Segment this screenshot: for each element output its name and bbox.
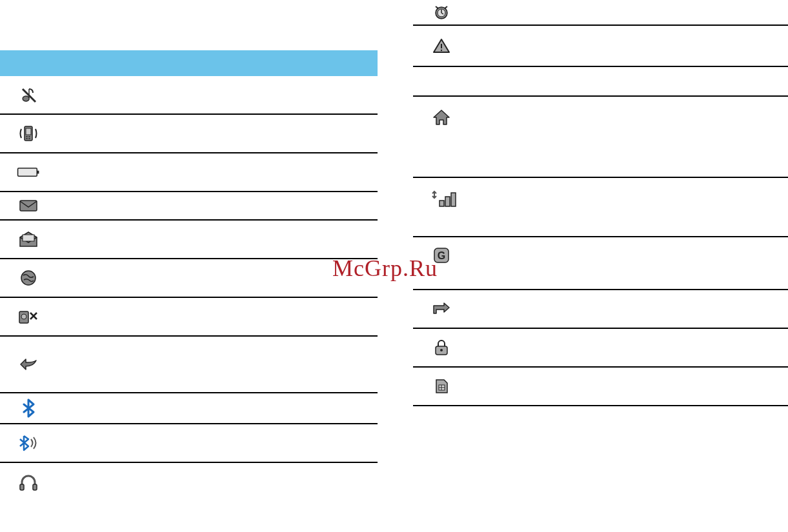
envelope-open-icon [17, 228, 40, 251]
bluetooth-icon [17, 397, 40, 420]
left-column [0, 0, 378, 532]
svg-rect-8 [37, 171, 39, 174]
row-globe [0, 259, 378, 298]
forward-arrow-icon [430, 297, 453, 320]
svg-rect-6 [28, 138, 30, 139]
warning-triangle-icon [430, 34, 453, 57]
svg-point-11 [21, 271, 35, 285]
headphones-icon [17, 471, 40, 494]
svg-text:G: G [438, 250, 445, 261]
bluetooth-audio-icon [17, 431, 40, 455]
svg-rect-10 [23, 235, 34, 241]
row-envelope-open [0, 221, 378, 259]
row-lock [413, 329, 788, 368]
row-home [413, 95, 788, 178]
svg-rect-26 [451, 193, 456, 206]
svg-rect-24 [439, 201, 444, 206]
svg-rect-25 [445, 197, 450, 206]
alarm-clock-icon [430, 1, 453, 24]
right-column: G [378, 0, 788, 532]
row-bluetooth-audio [0, 424, 378, 463]
header-band [0, 50, 378, 76]
svg-rect-3 [26, 136, 28, 137]
row-headphones [0, 463, 378, 502]
svg-line-21 [445, 6, 447, 8]
row-gprs: G [413, 237, 788, 290]
home-icon [430, 106, 453, 129]
signal-bars-icon [430, 187, 461, 210]
svg-point-23 [441, 50, 442, 51]
muted-note-icon [17, 83, 40, 106]
gprs-g-icon: G [430, 244, 453, 267]
svg-rect-2 [26, 128, 31, 135]
row-signal [413, 178, 788, 237]
reply-arrow-icon [17, 353, 40, 376]
row-reply-arrow [0, 337, 378, 393]
svg-point-30 [440, 349, 443, 351]
svg-line-20 [436, 6, 438, 8]
svg-rect-15 [33, 484, 37, 490]
battery-icon [17, 161, 40, 184]
lock-icon [430, 336, 453, 359]
row-sim [413, 368, 788, 406]
svg-rect-5 [26, 138, 28, 139]
row-muted-note [0, 76, 378, 115]
vibrate-phone-icon [17, 122, 40, 145]
envelope-icon [17, 194, 40, 217]
row-camera-cancel [0, 298, 378, 337]
row-warning [413, 26, 788, 67]
globe-java-icon [17, 266, 40, 290]
sim-card-icon [430, 375, 453, 398]
row-forward [413, 290, 788, 329]
svg-rect-14 [20, 484, 24, 490]
svg-rect-4 [28, 136, 30, 137]
row-envelope [0, 192, 378, 221]
camera-cancel-icon [17, 305, 40, 328]
row-battery [0, 153, 378, 192]
row-bluetooth [0, 393, 378, 424]
svg-rect-9 [20, 201, 37, 211]
row-vibrate [0, 115, 378, 153]
svg-point-13 [21, 314, 26, 319]
svg-rect-7 [18, 168, 37, 177]
row-alarm [413, 0, 788, 26]
